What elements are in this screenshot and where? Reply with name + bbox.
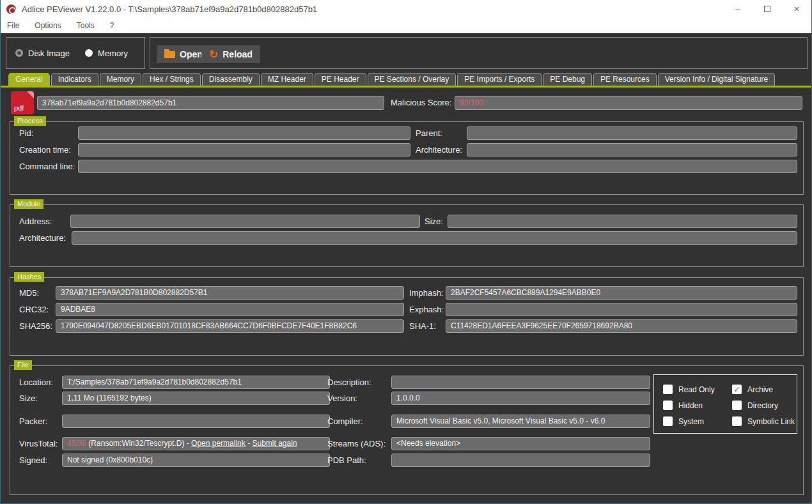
imphash-label: Imphash: [409, 286, 443, 300]
parent-field[interactable] [467, 126, 797, 140]
md5-field[interactable]: 378AB71EF9A9A2D781B0D802882D57B1 [56, 286, 404, 300]
imphash-field[interactable]: 2BAF2CF5457A6CBC889A1294E9ABB0E0 [446, 286, 797, 300]
menu-help[interactable]: ? [102, 21, 122, 30]
location-field[interactable]: T:/Samples/378ab71ef9a9a2d781b0d802882d5… [62, 376, 330, 389]
crc32-label: CRC32: [19, 303, 49, 316]
read-only-attribute[interactable]: Read Only [663, 385, 732, 394]
menu-options[interactable]: Options [27, 21, 68, 30]
minimize-button[interactable]: – [723, 0, 753, 18]
sha1-label: SHA-1: [409, 319, 436, 333]
reload-button-label: Reload [223, 49, 253, 59]
maximize-button[interactable] [753, 0, 782, 18]
close-icon: × [794, 4, 799, 14]
malicious-score-field[interactable]: 90/100 [455, 96, 802, 110]
open-permalink-link[interactable]: Open permalink [191, 439, 246, 448]
exphash-field[interactable] [446, 303, 797, 316]
tab-indicators[interactable]: Indicators [51, 73, 98, 86]
signed-field[interactable]: Not signed (0x800b010c) [62, 454, 330, 467]
file-size-label: Size: [19, 392, 38, 405]
exphash-label: Exphash: [409, 303, 444, 316]
window-controls: – × [723, 0, 811, 18]
symbolic-link-attribute[interactable]: Symbolic Link [732, 416, 809, 426]
menu-tools[interactable]: Tools [69, 21, 102, 30]
folder-icon [164, 51, 175, 58]
compiler-field[interactable]: Microsoft Visual Basic v5.0, Microsoft V… [391, 415, 650, 428]
symbolic-link-label: Symbolic Link [747, 417, 795, 426]
toolbar-actions-group: Open ↻ Reload [150, 37, 808, 69]
file-group-title: File [14, 360, 32, 370]
system-checkbox[interactable] [663, 416, 673, 426]
tab-version-info-digital-signature[interactable]: Version Info / Digital Signature [658, 73, 775, 86]
hashes-group: Hashes MD5: 378AB71EF9A9A2D781B0D802882D… [10, 277, 804, 356]
tab-strip: General Indicators Memory Hex / Strings … [8, 73, 811, 86]
description-label: Description: [327, 376, 371, 389]
menu-file[interactable]: File [7, 21, 27, 30]
file-size-field[interactable]: 1,11 Mo (1165192 bytes) [62, 392, 330, 405]
crc32-field[interactable]: 9ADBAE8 [56, 303, 404, 316]
tab-pe-debug[interactable]: PE Debug [543, 73, 592, 86]
pdb-path-label: PDB Path: [327, 454, 366, 467]
version-field[interactable]: 1.0.0.0 [391, 392, 650, 405]
reload-button[interactable]: ↻ Reload [201, 45, 260, 63]
read-only-checkbox[interactable] [663, 385, 673, 394]
directory-attribute[interactable]: Directory [732, 401, 809, 410]
location-label: Location: [19, 376, 53, 389]
system-attribute[interactable]: System [663, 416, 732, 426]
module-size-label: Size: [425, 215, 443, 228]
module-architecture-field[interactable] [72, 231, 797, 245]
symbolic-link-checkbox[interactable] [732, 416, 742, 426]
sha1-field[interactable]: C11428ED1A6FEEA3F9625EE70F2659718692BA80 [446, 319, 797, 333]
close-button[interactable]: × [782, 0, 811, 18]
window-title: Adlice PEViewer V1.22.0.0 - T:\Samples\3… [22, 4, 317, 14]
module-architecture-label: Architecture: [19, 231, 66, 245]
open-button-label: Open [180, 49, 203, 59]
tab-memory[interactable]: Memory [100, 73, 141, 86]
tab-pe-imports-exports[interactable]: PE Imports / Exports [457, 73, 542, 86]
process-architecture-field[interactable] [467, 143, 797, 157]
virustotal-label: VirusTotal: [19, 437, 58, 450]
virustotal-score: 45/58 [67, 439, 86, 448]
tab-pe-sections-overlay[interactable]: PE Sections / Overlay [368, 73, 457, 86]
memory-radio[interactable] [85, 49, 93, 57]
tab-general[interactable]: General [8, 73, 50, 86]
packer-field[interactable] [62, 415, 330, 428]
pid-label: Pid: [19, 126, 33, 140]
address-field[interactable] [70, 215, 420, 228]
directory-checkbox[interactable] [732, 401, 742, 410]
filename-field[interactable]: 378ab71ef9a9a2d781b0d802882d57b1 [37, 96, 384, 110]
reload-icon: ↻ [209, 49, 218, 60]
disk-image-radio[interactable] [15, 49, 23, 57]
archive-attribute[interactable]: ✓ Archive [732, 385, 809, 394]
hidden-checkbox[interactable] [663, 401, 673, 410]
tab-disassembly[interactable]: Disassembly [202, 73, 260, 86]
tab-hex-strings[interactable]: Hex / Strings [143, 73, 201, 86]
module-group: Module Address: Size: Architecture: [10, 204, 804, 267]
tab-accent-underline [1, 86, 811, 88]
creation-time-field[interactable] [78, 143, 410, 157]
command-line-field[interactable] [78, 160, 797, 173]
virustotal-field[interactable]: 45/58 (Ransom:Win32/Tescrypt.D) - Open p… [62, 437, 330, 450]
module-size-field[interactable] [448, 215, 797, 228]
disk-image-radio-label: Disk Image [28, 49, 70, 58]
archive-checkbox[interactable]: ✓ [732, 385, 742, 394]
hashes-group-title: Hashes [14, 272, 44, 282]
packer-label: Packer: [19, 415, 47, 428]
virustotal-separator: - [246, 439, 253, 448]
hidden-attribute[interactable]: Hidden [663, 401, 732, 410]
pdb-path-field[interactable] [391, 454, 650, 467]
app-window: Adlice PEViewer V1.22.0.0 - T:\Samples\3… [0, 0, 812, 504]
sha256-field[interactable]: 1790E094047D8205EBD6EB01701018CF83AB664C… [56, 319, 404, 333]
file-group: File Location: T:/Samples/378ab71ef9a9a2… [10, 365, 804, 495]
system-label: System [678, 417, 704, 426]
tab-mz-header[interactable]: MZ Header [261, 73, 313, 86]
tab-pe-header[interactable]: PE Header [315, 73, 366, 86]
streams-field[interactable]: <Needs elevation> [391, 437, 650, 450]
read-only-label: Read Only [678, 385, 715, 394]
submit-again-link[interactable]: Submit again [252, 439, 297, 448]
title-bar: Adlice PEViewer V1.22.0.0 - T:\Samples\3… [1, 0, 811, 18]
sha256-label: SHA256: [19, 319, 52, 333]
tab-pe-resources[interactable]: PE Resources [593, 73, 657, 86]
pid-field[interactable] [78, 126, 410, 140]
description-field[interactable] [391, 376, 650, 389]
file-attributes-panel: Read Only ✓ Archive Hidden Directory Sys… [653, 374, 797, 434]
